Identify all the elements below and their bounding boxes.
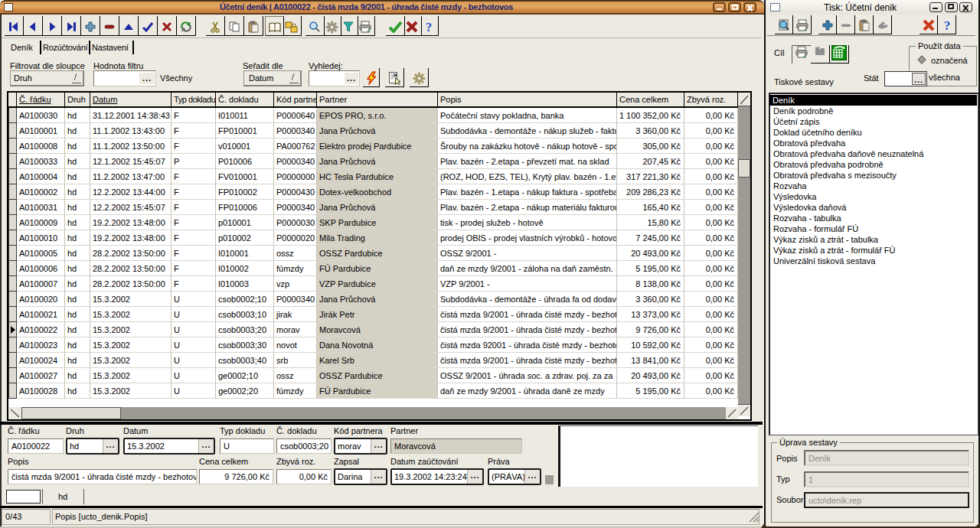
svg-text:?: ? bbox=[943, 19, 950, 31]
svg-text:?: ? bbox=[426, 21, 433, 33]
